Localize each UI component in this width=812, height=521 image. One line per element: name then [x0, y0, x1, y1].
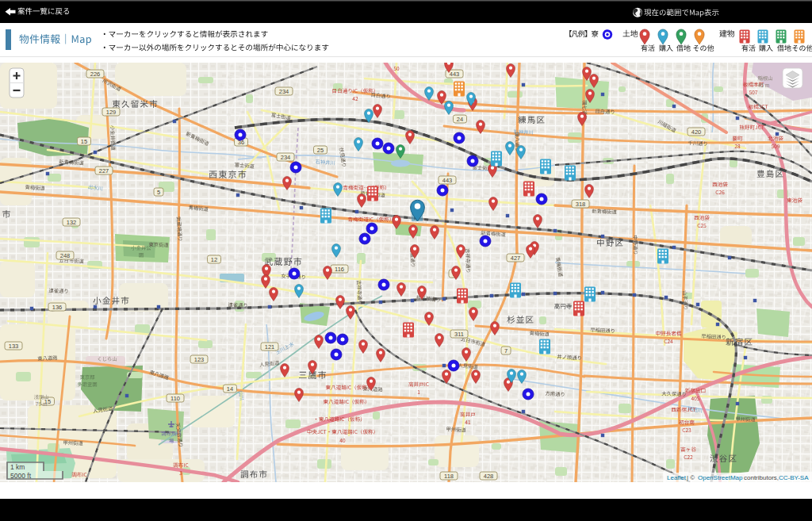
svg-text:OpenStreetMap: OpenStreetMap [698, 474, 743, 481]
svg-text:25: 25 [317, 147, 324, 154]
svg-text:116: 116 [335, 266, 344, 273]
svg-text:121: 121 [265, 343, 275, 351]
svg-text:443: 443 [450, 71, 460, 78]
svg-text:contributors,: contributors, [744, 474, 779, 481]
svg-text:248: 248 [60, 252, 71, 259]
svg-text:12: 12 [211, 256, 217, 263]
svg-text:14: 14 [227, 385, 233, 393]
svg-text:123: 123 [194, 356, 205, 363]
svg-text:118: 118 [444, 473, 454, 480]
svg-text:CC-BY-SA: CC-BY-SA [779, 474, 809, 481]
svg-text:15: 15 [81, 138, 87, 145]
svg-text:226: 226 [90, 71, 101, 78]
svg-text:318: 318 [576, 201, 586, 208]
svg-text:136: 136 [52, 304, 63, 311]
svg-text:5000 ft: 5000 ft [10, 472, 32, 480]
svg-text:443: 443 [442, 177, 453, 184]
svg-text:234: 234 [281, 154, 291, 161]
svg-text:1 km: 1 km [10, 463, 25, 471]
svg-text:132: 132 [67, 219, 77, 226]
svg-text:7: 7 [504, 347, 508, 354]
svg-text:110: 110 [170, 395, 180, 402]
svg-text:79 m: 79 m [36, 401, 47, 407]
svg-text:234: 234 [279, 88, 289, 95]
svg-text:428: 428 [484, 473, 494, 480]
svg-text:| ©: | © [687, 474, 695, 481]
svg-text:24: 24 [457, 116, 463, 123]
svg-text:311: 311 [454, 331, 464, 338]
svg-text:427: 427 [511, 255, 521, 262]
svg-text:420: 420 [691, 128, 702, 136]
svg-text:129: 129 [106, 109, 117, 116]
svg-text:5: 5 [157, 189, 160, 196]
svg-text:45 m: 45 m [758, 82, 769, 88]
svg-text:Leaflet: Leaflet [667, 474, 687, 481]
svg-text:133: 133 [9, 343, 19, 350]
svg-text:227: 227 [99, 167, 109, 174]
